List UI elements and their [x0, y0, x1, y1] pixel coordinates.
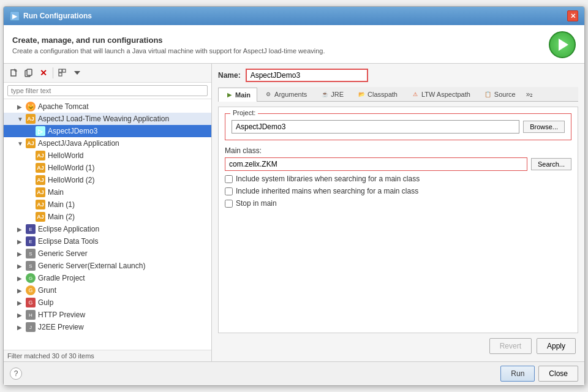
tree-item-j2ee[interactable]: ▶ J J2EE Preview: [4, 321, 211, 333]
tab-label: Main: [235, 91, 251, 99]
filter-box: [4, 83, 211, 99]
filter-input[interactable]: [7, 85, 208, 96]
expand-icon: ▶: [17, 104, 23, 110]
tree-label: Generic Server(External Launch): [38, 262, 145, 270]
tab-classpath[interactable]: 📂 Classpath: [350, 87, 404, 101]
main-class-input[interactable]: [225, 157, 527, 171]
delete-config-button[interactable]: ✕: [37, 66, 50, 80]
gradle-icon: G: [26, 273, 36, 283]
footer-left: ?: [10, 368, 22, 380]
tab-more-button[interactable]: »₂: [522, 88, 537, 101]
args-tab-icon: ⚙: [264, 90, 273, 99]
content-area: ✕ ▶ 🐱 Apache Tomcat: [4, 64, 584, 361]
name-row: Name:: [218, 69, 578, 82]
eclipse-data-icon: E: [26, 236, 36, 246]
copy-config-button[interactable]: [22, 66, 36, 80]
tree-item-helloworld[interactable]: AJ HelloWorld: [4, 149, 211, 162]
expand-icon: ▶: [17, 275, 23, 282]
http-icon: H: [26, 310, 36, 320]
gulp-icon: G: [26, 298, 36, 307]
tree-label: Grunt: [38, 286, 56, 295]
tree-item-aspectj-ltw[interactable]: ▼ AJ AspectJ Load-Time Weaving Applicati…: [4, 113, 211, 125]
header-desc: Create a configuration that will launch …: [12, 47, 325, 55]
tree-label: Generic Server: [38, 249, 88, 258]
main-tab-icon: ▶: [225, 91, 233, 99]
help-button[interactable]: ?: [10, 368, 22, 380]
collapse-button[interactable]: [56, 66, 69, 80]
checkbox-label-3: Stop in main: [236, 199, 277, 208]
include-system-libs-checkbox[interactable]: [225, 175, 233, 183]
close-button[interactable]: ✕: [567, 10, 578, 21]
tree-item-aspectjdemo3[interactable]: ▷ AspectJDemo3: [4, 125, 211, 137]
name-input[interactable]: [246, 69, 368, 82]
project-input-row: Browse...: [232, 120, 565, 134]
run-button[interactable]: Run: [500, 366, 535, 382]
classpath-tab-icon: 📂: [357, 90, 366, 99]
dialog-icon: ▶: [10, 11, 20, 21]
new-config-button[interactable]: [7, 66, 21, 80]
titlebar: ▶ Run Configurations ✕: [4, 7, 584, 25]
jre-tab-icon: ☕: [320, 90, 329, 99]
checkbox-label-1: Include system libraries when searching …: [236, 175, 420, 183]
tree-item-eclipse-data[interactable]: ▶ E Eclipse Data Tools: [4, 235, 211, 247]
tree-item-grunt[interactable]: ▶ G Grunt: [4, 284, 211, 296]
dropdown-button[interactable]: [70, 66, 84, 80]
expand-icon: ▶: [17, 287, 23, 294]
tree-item-apache-tomcat[interactable]: ▶ 🐱 Apache Tomcat: [4, 100, 211, 113]
tree-area[interactable]: ▶ 🐱 Apache Tomcat ▼ AJ AspectJ Load-Time…: [4, 99, 211, 350]
expand-icon: ▶: [17, 226, 23, 233]
revert-button[interactable]: Revert: [489, 338, 532, 354]
header-title: Create, manage, and run configurations: [12, 36, 325, 45]
tree-item-eclipse-app[interactable]: ▶ E Eclipse Application: [4, 223, 211, 235]
expand-icon: ▶: [17, 324, 23, 331]
tab-label: LTW Aspectpath: [421, 91, 470, 98]
checkbox-label-2: Include inherited mains when searching f…: [236, 187, 418, 195]
tab-ltw[interactable]: ⚠ LTW Aspectpath: [404, 87, 477, 101]
tree-item-http[interactable]: ▶ H HTTP Preview: [4, 309, 211, 321]
svg-rect-5: [59, 69, 62, 72]
tree-label: AspectJ Load-Time Weaving Application: [38, 115, 169, 123]
tree-label: Eclipse Data Tools: [38, 237, 99, 246]
tree-label: Gradle Project: [38, 274, 85, 282]
tree-label: AspectJDemo3: [48, 127, 97, 135]
project-browse-button[interactable]: Browse...: [523, 121, 565, 133]
tree-label: Main (2): [48, 213, 75, 221]
close-dialog-button[interactable]: Close: [538, 366, 578, 382]
tree-item-main-1[interactable]: AJ Main (1): [4, 198, 211, 211]
aj-item-icon: AJ: [36, 151, 45, 160]
bottom-buttons: Revert Apply: [218, 333, 578, 356]
tree-item-aspectj-java[interactable]: ▼ AJ AspectJ/Java Application: [4, 137, 211, 149]
apply-button[interactable]: Apply: [537, 338, 576, 354]
toolbar-divider-1: [53, 67, 53, 78]
stop-in-main-checkbox[interactable]: [225, 200, 233, 208]
filter-status: Filter matched 30 of 30 items: [4, 350, 211, 361]
tree-item-generic-server-ext[interactable]: ▶ S Generic Server(External Launch): [4, 260, 211, 272]
include-inherited-mains-checkbox[interactable]: [225, 187, 233, 195]
run-icon-button[interactable]: [549, 31, 576, 58]
svg-marker-8: [74, 71, 80, 75]
server-ext-icon: S: [26, 261, 36, 271]
tree-label: HelloWorld: [48, 151, 83, 160]
svg-rect-7: [59, 73, 62, 76]
tree-item-gradle[interactable]: ▶ G Gradle Project: [4, 272, 211, 284]
project-input[interactable]: [232, 120, 519, 134]
aj-item-icon: AJ: [36, 175, 45, 185]
aj-java-icon: AJ: [26, 138, 36, 148]
tree-item-main-2[interactable]: AJ Main (2): [4, 211, 211, 223]
tab-main[interactable]: ▶ Main: [218, 88, 257, 102]
tab-source[interactable]: 📋 Source: [477, 87, 522, 101]
tree-item-gulp[interactable]: ▶ G Gulp: [4, 296, 211, 309]
tree-label: J2EE Preview: [38, 323, 84, 331]
project-fieldgroup: Project: Browse...: [225, 113, 571, 140]
eclipse-icon: E: [26, 224, 36, 234]
tree-item-helloworld-1[interactable]: AJ HelloWorld (1): [4, 162, 211, 174]
expand-icon: ▶: [17, 312, 23, 318]
tree-item-helloworld-2[interactable]: AJ HelloWorld (2): [4, 174, 211, 186]
source-tab-icon: 📋: [484, 90, 492, 99]
tab-arguments[interactable]: ⚙ Arguments: [257, 87, 314, 101]
search-button[interactable]: Search...: [531, 158, 571, 170]
tree-item-generic-server[interactable]: ▶ S Generic Server: [4, 247, 211, 260]
tree-item-main[interactable]: AJ Main: [4, 186, 211, 198]
tab-jre[interactable]: ☕ JRE: [314, 87, 350, 101]
aj-item-icon: AJ: [36, 200, 45, 209]
